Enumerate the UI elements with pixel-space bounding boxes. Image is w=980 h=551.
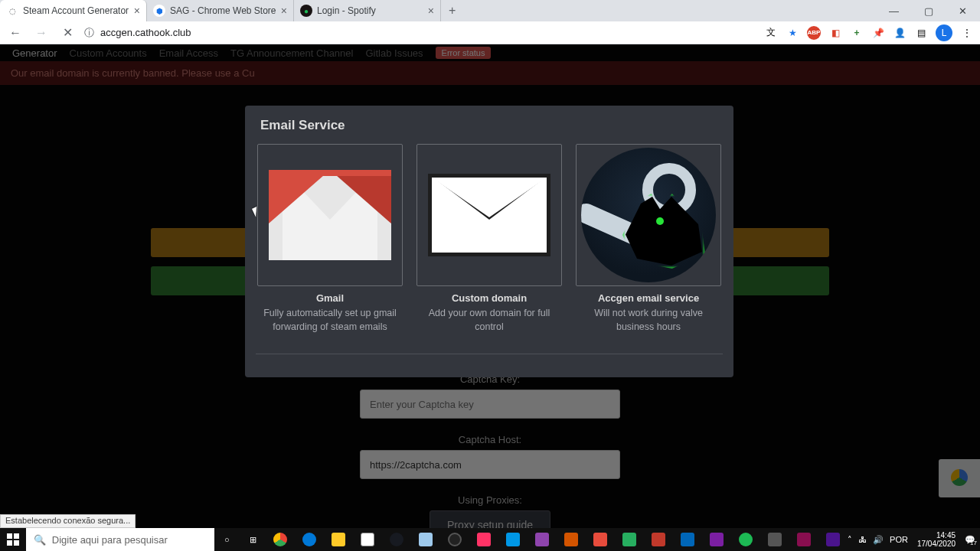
option-title: Custom domain [416,292,562,304]
browser-statusbar: Estabelecendo conexão segura... [0,514,136,528]
notification-count: 17 [970,540,977,546]
browser-tab-active[interactable]: ◌ Steam Account Generator × [0,0,147,21]
tab-close-icon[interactable]: × [281,5,287,17]
start-button[interactable] [0,528,26,551]
taskbar-app[interactable] [644,528,673,551]
adblock-icon[interactable]: ABP [807,26,821,40]
modal-title: Email Service [245,106,733,144]
reading-list-icon[interactable]: ▤ [914,26,928,40]
svg-rect-3 [14,540,19,546]
webstore-favicon-icon: ⬢ [153,5,165,17]
browser-tabstrip: ◌ Steam Account Generator × ⬢ SAG - Chro… [0,0,980,21]
system-tray: ˄ 🖧 🔊 POR 14:45 17/04/2020 💬17 [848,531,980,548]
taskbar-app-obs[interactable] [440,528,469,551]
modal-divider [256,354,723,354]
option-title: Accgen email service [576,292,721,304]
extension-icon[interactable]: 👤 [893,26,906,40]
extension-icon[interactable]: ◧ [828,26,842,40]
email-option-custom-domain[interactable]: Custom domain Add your own domain for fu… [416,144,562,334]
taskbar-app-chrome[interactable] [266,528,295,551]
taskbar-app-notepad[interactable] [411,528,440,551]
option-desc: Add your own domain for full control [416,307,562,334]
taskbar-app-store[interactable] [353,528,382,551]
search-placeholder: Digite aqui para pesquisar [52,534,168,546]
browser-tab[interactable]: ● Login - Spotify × [294,0,441,21]
loading-spinner-icon: ◌ [6,5,18,17]
taskbar-app-vscode[interactable] [673,528,702,551]
taskbar-app[interactable] [818,528,848,551]
option-title: Gmail [257,292,403,304]
option-desc: Fully automatically set up gmail forward… [257,307,403,334]
taskbar-search[interactable]: 🔍 Digite aqui para pesquisar [26,528,214,551]
taskbar-app-spotify[interactable] [731,528,760,551]
window-minimize-button[interactable]: — [877,0,911,21]
extension-area: 文 ★ ABP ◧ + 📌 👤 ▤ L ⋮ [764,24,974,41]
browser-tab[interactable]: ⬢ SAG - Chrome Web Store × [147,0,294,21]
browser-toolbar: ← → ✕ ⓘ accgen.cathook.club 文 ★ ABP ◧ + … [0,21,980,44]
taskbar-app[interactable] [469,528,498,551]
windows-taskbar: 🔍 Digite aqui para pesquisar ○ ⊞ ˄ 🖧 🔊 P… [0,528,980,551]
new-tab-button[interactable]: + [441,4,463,18]
tray-network-icon[interactable]: 🖧 [858,535,867,544]
extension-icon[interactable]: 📌 [871,26,885,40]
tab-title: Login - Spotify [317,5,376,16]
envelope-icon [428,174,550,256]
tab-close-icon[interactable]: × [428,5,434,17]
clock-date: 17/04/2020 [917,540,956,548]
search-icon: 🔍 [34,534,46,546]
taskbar-app[interactable] [528,528,557,551]
profile-avatar[interactable]: L [936,24,952,41]
bookmark-star-icon[interactable]: ★ [786,26,799,40]
tab-title: SAG - Chrome Web Store [170,5,276,16]
translate-icon[interactable]: 文 [764,26,778,40]
taskbar-app[interactable] [789,528,818,551]
taskbar-app[interactable] [498,528,528,551]
taskbar-app[interactable] [702,528,731,551]
taskbar-app[interactable] [586,528,615,551]
task-view-button[interactable]: ⊞ [240,528,266,551]
svg-rect-1 [14,533,19,539]
accgen-steam-icon [581,148,716,282]
tray-language[interactable]: POR [890,535,908,544]
taskbar-app-steam[interactable] [382,528,411,551]
taskbar-app[interactable] [760,528,789,551]
taskbar-app-edge[interactable] [295,528,324,551]
cortana-button[interactable]: ○ [214,528,240,551]
notification-center-button[interactable]: 💬17 [965,535,975,545]
taskbar-app-explorer[interactable] [324,528,353,551]
tab-title: Steam Account Generator [23,5,129,16]
svg-rect-0 [7,533,12,539]
email-option-accgen[interactable]: Accgen email service Will not work durin… [576,144,721,334]
tab-close-icon[interactable]: × [134,5,140,17]
option-desc: Will not work during valve business hour… [576,307,721,334]
extension-icon[interactable]: + [850,26,864,40]
spotify-favicon-icon: ● [300,5,312,17]
stop-reload-button[interactable]: ✕ [58,24,77,42]
back-button[interactable]: ← [6,24,24,42]
site-info-icon[interactable]: ⓘ [84,26,94,40]
forward-button[interactable]: → [32,24,51,42]
window-maximize-button[interactable]: ▢ [911,0,946,21]
taskbar-clock[interactable]: 14:45 17/04/2020 [914,531,959,548]
email-service-modal: Email Service Gmail Fully automatically … [245,106,733,377]
svg-rect-2 [7,540,12,546]
tray-chevron-icon[interactable]: ˄ [848,535,852,545]
email-option-gmail[interactable]: Gmail Fully automatically set up gmail f… [257,144,403,334]
page-content: Generator Custom Accounts Email Access T… [0,44,980,528]
taskbar-app[interactable] [615,528,644,551]
window-close-button[interactable]: ✕ [946,0,980,21]
tray-volume-icon[interactable]: 🔊 [873,535,884,545]
gmail-icon [269,170,391,260]
taskbar-apps [266,528,848,551]
url-text: accgen.cathook.club [100,27,191,38]
taskbar-app[interactable] [557,528,586,551]
clock-time: 14:45 [917,531,956,540]
chrome-menu-button[interactable]: ⋮ [960,26,974,40]
address-bar[interactable]: ⓘ accgen.cathook.club [84,23,756,43]
